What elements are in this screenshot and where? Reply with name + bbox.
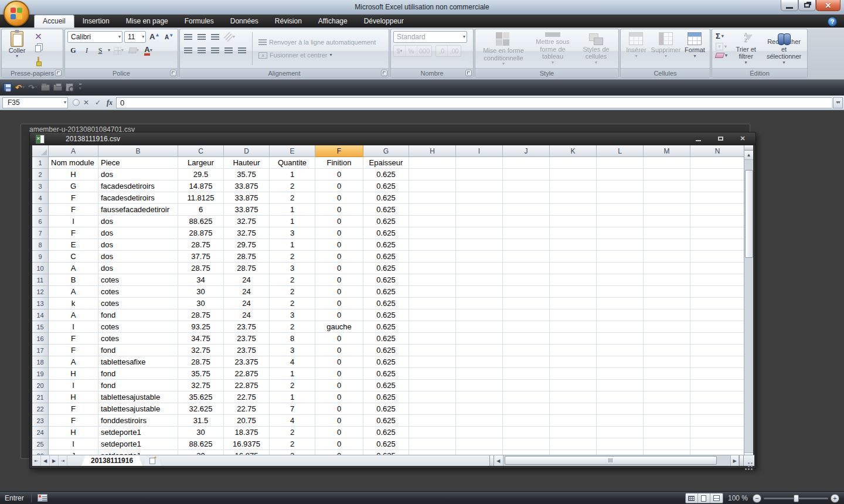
cell-I25[interactable] [456, 438, 503, 450]
page-layout-view-button[interactable] [698, 493, 710, 503]
cell-K23[interactable] [550, 415, 597, 427]
cell-F20[interactable]: 0 [315, 380, 363, 391]
cell-N25[interactable] [690, 438, 745, 450]
cell-L14[interactable] [597, 309, 644, 321]
cell-J8[interactable] [503, 239, 550, 251]
autosum-button[interactable]: Σ▾ [714, 31, 729, 41]
cell-M22[interactable] [644, 403, 690, 415]
cell-A13[interactable]: k [49, 298, 98, 309]
cell-G18[interactable]: 0.625 [363, 356, 409, 368]
cell-E5[interactable]: 1 [270, 204, 315, 216]
cell-H8[interactable] [409, 239, 456, 251]
workbook-title-bar[interactable]: 20138111916.csv ✕ [30, 132, 755, 145]
cell-M17[interactable] [644, 345, 690, 356]
tab-r-vision[interactable]: Révision [267, 15, 310, 28]
cell-D24[interactable]: 18.375 [224, 427, 270, 438]
tab-d-veloppeur[interactable]: Développeur [356, 15, 412, 28]
fill-button[interactable]: ▼▾ [714, 42, 729, 51]
row-header-23[interactable]: 23 [32, 415, 49, 427]
cell-G12[interactable]: 0.625 [363, 286, 409, 298]
row-header-9[interactable]: 9 [32, 251, 49, 263]
cell-J18[interactable] [503, 356, 550, 368]
row-header-8[interactable]: 8 [32, 239, 49, 251]
cell-G19[interactable]: 0.625 [363, 368, 409, 380]
cell-L10[interactable] [597, 263, 644, 274]
cell-B1[interactable]: Piece [98, 157, 178, 169]
save-button[interactable] [4, 83, 12, 91]
row-header-16[interactable]: 16 [32, 333, 49, 345]
cell-N19[interactable] [690, 368, 745, 380]
cell-G17[interactable]: 0.625 [363, 345, 409, 356]
cell-H6[interactable] [409, 216, 456, 227]
cell-A5[interactable]: F [49, 204, 98, 216]
cell-A22[interactable]: F [49, 403, 98, 415]
cell-L21[interactable] [597, 391, 644, 403]
tab-accueil[interactable]: Accueil [34, 15, 74, 28]
cell-E20[interactable]: 2 [270, 380, 315, 391]
cell-C21[interactable]: 35.625 [178, 391, 224, 403]
cell-M14[interactable] [644, 309, 690, 321]
previous-sheet-button[interactable]: ◀ [41, 455, 50, 466]
cell-G11[interactable]: 0.625 [363, 274, 409, 286]
cell-D1[interactable]: Hauteur [224, 157, 270, 169]
cell-B21[interactable]: tablettesajustable [98, 391, 178, 403]
cell-N20[interactable] [690, 380, 745, 391]
cell-E4[interactable]: 2 [270, 192, 315, 204]
cell-K2[interactable] [550, 169, 597, 181]
cell-I14[interactable] [456, 309, 503, 321]
cell-C15[interactable]: 93.25 [178, 321, 224, 333]
cell-L1[interactable] [597, 157, 644, 169]
cell-C9[interactable]: 37.75 [178, 251, 224, 263]
column-header-N[interactable]: N [690, 145, 745, 157]
cell-H21[interactable] [409, 391, 456, 403]
cell-K8[interactable] [550, 239, 597, 251]
number-format-select[interactable]: Standard▾ [393, 31, 467, 43]
cell-L13[interactable] [597, 298, 644, 309]
cell-I5[interactable] [456, 204, 503, 216]
cell-G10[interactable]: 0.625 [363, 263, 409, 274]
column-header-H[interactable]: H [409, 145, 456, 157]
underline-button[interactable]: S [94, 45, 106, 56]
cell-M25[interactable] [644, 438, 690, 450]
row-header-18[interactable]: 18 [32, 356, 49, 368]
tab-affichage[interactable]: Affichage [310, 15, 356, 28]
zoom-in-button[interactable]: + [831, 494, 839, 503]
cell-K13[interactable] [550, 298, 597, 309]
cell-N12[interactable] [690, 286, 745, 298]
cell-D10[interactable]: 28.75 [224, 263, 270, 274]
cell-L2[interactable] [597, 169, 644, 181]
confirm-entry-button[interactable]: ✓ [93, 97, 103, 108]
cell-B13[interactable]: cotes [98, 298, 178, 309]
cell-N7[interactable] [690, 227, 745, 239]
cell-H1[interactable] [409, 157, 456, 169]
align-left-button[interactable] [182, 45, 194, 56]
cell-M23[interactable] [644, 415, 690, 427]
cell-B5[interactable]: faussefacadedetiroir [98, 204, 178, 216]
cell-C2[interactable]: 29.5 [178, 169, 224, 181]
cell-D12[interactable]: 24 [224, 286, 270, 298]
row-header-1[interactable]: 1 [32, 157, 49, 169]
cancel-entry-button[interactable]: ✕ [81, 97, 91, 108]
cell-C4[interactable]: 11.8125 [178, 192, 224, 204]
cell-H7[interactable] [409, 227, 456, 239]
cell-J1[interactable] [503, 157, 550, 169]
cell-N4[interactable] [690, 192, 745, 204]
cell-E14[interactable]: 3 [270, 309, 315, 321]
cell-F22[interactable]: 0 [315, 403, 363, 415]
cell-F1[interactable]: Finition [315, 157, 363, 169]
font-name-select[interactable]: Calibri▾ [67, 31, 122, 43]
cell-H10[interactable] [409, 263, 456, 274]
column-header-B[interactable]: B [98, 145, 178, 157]
cell-D7[interactable]: 32.75 [224, 227, 270, 239]
page-break-view-button[interactable] [710, 493, 723, 503]
cell-D19[interactable]: 22.875 [224, 368, 270, 380]
cell-I18[interactable] [456, 356, 503, 368]
cell-I7[interactable] [456, 227, 503, 239]
insert-cells-button[interactable]: Insérer▾ [623, 31, 649, 66]
cell-H18[interactable] [409, 356, 456, 368]
column-header-E[interactable]: E [270, 145, 315, 157]
row-header-10[interactable]: 10 [32, 263, 49, 274]
cell-F19[interactable]: 0 [315, 368, 363, 380]
font-dialog-launcher[interactable] [170, 70, 176, 76]
cell-E7[interactable]: 3 [270, 227, 315, 239]
